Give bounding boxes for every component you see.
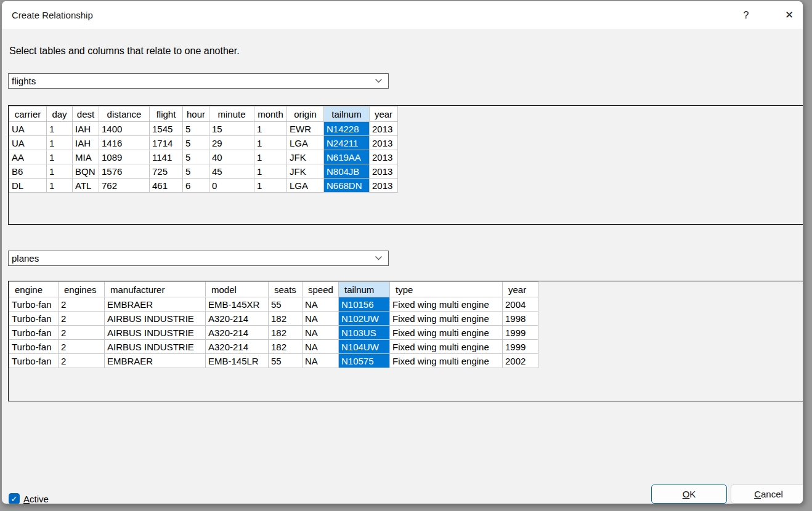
table-cell-manufacturer[interactable]: AIRBUS INDUSTRIE (105, 326, 206, 340)
table-cell-minute[interactable]: 29 (209, 136, 254, 150)
table-cell-engines[interactable]: 2 (59, 312, 105, 326)
table-cell-year[interactable]: 1998 (503, 312, 538, 326)
column-header-day[interactable]: day (47, 107, 73, 122)
column-header-year[interactable]: year (503, 282, 538, 297)
column-header-manufacturer[interactable]: manufacturer (105, 282, 206, 297)
table-cell-origin[interactable]: EWR (287, 122, 324, 136)
table-cell-model[interactable]: EMB-145XR (206, 297, 269, 312)
second-table-select[interactable]: planes (8, 251, 389, 266)
table-cell-manufacturer[interactable]: EMBRAER (105, 354, 206, 368)
table-cell-dest[interactable]: IAH (73, 122, 99, 136)
table-cell-day[interactable]: 1 (47, 150, 73, 164)
table-cell-tailnum[interactable]: N804JB (324, 164, 370, 179)
table-cell-flight[interactable]: 1141 (150, 150, 183, 164)
table-cell-tailnum[interactable]: N104UW (339, 340, 390, 354)
help-button[interactable]: ? (734, 4, 758, 26)
table-cell-speed[interactable]: NA (302, 340, 339, 354)
table-cell-manufacturer[interactable]: AIRBUS INDUSTRIE (105, 312, 206, 326)
table-cell-model[interactable]: A320-214 (206, 326, 269, 340)
table-cell-distance[interactable]: 1400 (99, 122, 150, 136)
table-cell-year[interactable]: 2013 (370, 164, 398, 179)
table-cell-month[interactable]: 1 (254, 122, 287, 136)
first-table-select[interactable]: flights (8, 73, 389, 89)
active-checkbox[interactable]: ✓ (9, 493, 20, 504)
table-cell-minute[interactable]: 40 (209, 150, 254, 164)
column-header-hour[interactable]: hour (183, 107, 209, 122)
table-cell-type[interactable]: Fixed wing multi engine (390, 354, 503, 368)
column-header-engine[interactable]: engine (9, 282, 59, 297)
column-header-tailnum[interactable]: tailnum (324, 107, 370, 122)
table-cell-dest[interactable]: IAH (73, 136, 99, 150)
table-cell-day[interactable]: 1 (47, 136, 73, 150)
table-cell-engine[interactable]: Turbo-fan (9, 354, 59, 368)
table-cell-minute[interactable]: 0 (209, 179, 254, 193)
ok-button[interactable]: OK (651, 485, 727, 504)
table-cell-year[interactable]: 2013 (370, 122, 398, 136)
table-cell-origin[interactable]: JFK (287, 150, 324, 164)
table-cell-tailnum[interactable]: N24211 (324, 136, 370, 150)
table-cell-tailnum[interactable]: N619AA (324, 150, 370, 164)
table-cell-seats[interactable]: 55 (269, 354, 302, 368)
table-cell-tailnum[interactable]: N668DN (324, 179, 370, 193)
column-header-origin[interactable]: origin (287, 107, 324, 122)
table-cell-year[interactable]: 2013 (370, 150, 398, 164)
table-cell-speed[interactable]: NA (302, 354, 339, 368)
table-cell-year[interactable]: 1999 (503, 340, 538, 354)
table-cell-dest[interactable]: BQN (73, 164, 99, 179)
table-cell-tailnum[interactable]: N10575 (339, 354, 390, 368)
column-header-speed[interactable]: speed (302, 282, 339, 297)
column-header-flight[interactable]: flight (150, 107, 183, 122)
table-cell-seats[interactable]: 182 (269, 340, 302, 354)
table-cell-origin[interactable]: JFK (287, 164, 324, 179)
table-cell-month[interactable]: 1 (254, 136, 287, 150)
column-header-month[interactable]: month (254, 107, 287, 122)
table-cell-speed[interactable]: NA (302, 312, 339, 326)
table-cell-flight[interactable]: 461 (150, 179, 183, 193)
table-cell-tailnum[interactable]: N103US (339, 326, 390, 340)
table-cell-type[interactable]: Fixed wing multi engine (390, 326, 503, 340)
column-header-minute[interactable]: minute (209, 107, 254, 122)
table-cell-type[interactable]: Fixed wing multi engine (390, 297, 503, 312)
table-cell-hour[interactable]: 6 (183, 179, 209, 193)
column-header-model[interactable]: model (206, 282, 269, 297)
table-cell-origin[interactable]: LGA (287, 136, 324, 150)
table-cell-engines[interactable]: 2 (59, 297, 105, 312)
table-cell-engines[interactable]: 2 (59, 354, 105, 368)
table-cell-flight[interactable]: 1545 (150, 122, 183, 136)
column-header-type[interactable]: type (390, 282, 503, 297)
column-header-dest[interactable]: dest (73, 107, 99, 122)
table-cell-manufacturer[interactable]: EMBRAER (105, 297, 206, 312)
table-cell-engine[interactable]: Turbo-fan (9, 340, 59, 354)
table-cell-seats[interactable]: 182 (269, 326, 302, 340)
table-cell-seats[interactable]: 182 (269, 312, 302, 326)
table-cell-hour[interactable]: 5 (183, 164, 209, 179)
table-cell-day[interactable]: 1 (47, 164, 73, 179)
column-header-tailnum[interactable]: tailnum (339, 282, 390, 297)
table-cell-month[interactable]: 1 (254, 150, 287, 164)
table-cell-carrier[interactable]: UA (9, 136, 47, 150)
cancel-button[interactable]: Cancel (731, 485, 803, 504)
table-cell-engines[interactable]: 2 (59, 340, 105, 354)
close-button[interactable]: ✕ (777, 4, 802, 26)
table-cell-dest[interactable]: MIA (73, 150, 99, 164)
table-cell-carrier[interactable]: B6 (9, 164, 47, 179)
column-header-distance[interactable]: distance (99, 107, 150, 122)
column-header-engines[interactable]: engines (59, 282, 105, 297)
table-cell-carrier[interactable]: UA (9, 122, 47, 136)
table-cell-distance[interactable]: 1576 (99, 164, 150, 179)
table-cell-distance[interactable]: 1089 (99, 150, 150, 164)
table-cell-dest[interactable]: ATL (73, 179, 99, 193)
table-cell-month[interactable]: 1 (254, 164, 287, 179)
table-cell-hour[interactable]: 5 (183, 150, 209, 164)
table-cell-manufacturer[interactable]: AIRBUS INDUSTRIE (105, 340, 206, 354)
table-cell-model[interactable]: EMB-145LR (206, 354, 269, 368)
table-cell-model[interactable]: A320-214 (206, 340, 269, 354)
table-cell-year[interactable]: 2013 (370, 179, 398, 193)
table-cell-year[interactable]: 1999 (503, 326, 538, 340)
table-cell-speed[interactable]: NA (302, 326, 339, 340)
column-header-year[interactable]: year (370, 107, 398, 122)
table-cell-minute[interactable]: 45 (209, 164, 254, 179)
table-cell-hour[interactable]: 5 (183, 136, 209, 150)
table-cell-year[interactable]: 2002 (503, 354, 538, 368)
table-cell-carrier[interactable]: DL (9, 179, 47, 193)
